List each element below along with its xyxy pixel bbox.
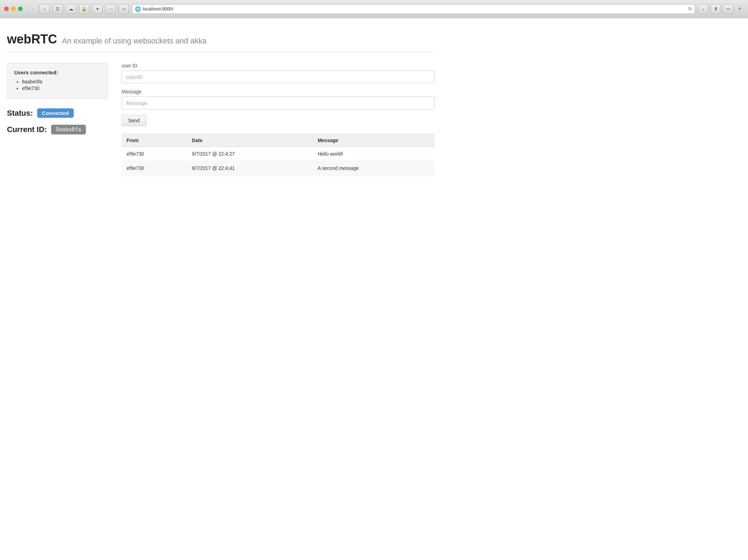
table-row: ef9e7309/7/2017 @ 22:4:41A second messag… <box>122 161 434 175</box>
message-input[interactable] <box>122 97 434 109</box>
users-list: 8aabe0fa ef9e730 <box>14 79 100 91</box>
page-content: webRTC An example of using websockets an… <box>0 18 445 189</box>
col-from: From <box>122 134 187 147</box>
message-group: Message <box>122 89 434 109</box>
cell-message: Hello world! <box>313 147 434 161</box>
col-date: Date <box>187 134 313 147</box>
user-id-label: user ID <box>122 63 434 68</box>
minimize-window-button[interactable] <box>11 7 16 11</box>
status-row: Status: Connected <box>7 108 108 118</box>
users-box-title: Users connected: <box>14 69 100 75</box>
refresh-button[interactable]: ↻ <box>688 6 692 11</box>
send-button[interactable]: Send <box>122 115 146 126</box>
extensions-button[interactable]: ⋯ <box>105 4 116 14</box>
icloud-button[interactable]: ☁ <box>66 4 76 14</box>
globe-icon: 🌐 <box>135 6 141 12</box>
maximize-window-button[interactable] <box>18 7 23 11</box>
cell-date: 9/7/2017 @ 22:4:41 <box>187 161 313 175</box>
main-layout: Users connected: 8aabe0fa ef9e730 Status… <box>7 63 434 175</box>
address-bar[interactable]: 🌐 localhost:9000/ ↻ <box>132 4 695 14</box>
messages-table: From Date Message ef9e7309/7/2017 @ 22:4… <box>122 134 434 175</box>
new-tab-tile-button[interactable]: ▭ <box>723 4 733 14</box>
list-item: ef9e730 <box>22 85 100 91</box>
table-header: From Date Message <box>122 134 434 147</box>
user-id-group: user ID <box>122 63 434 83</box>
cell-date: 9/7/2017 @ 22:4:27 <box>187 147 313 161</box>
cell-from: ef9e730 <box>122 161 187 175</box>
current-id-badge: 8aabe0fa <box>51 125 86 134</box>
add-tab-button[interactable]: + <box>735 5 744 13</box>
browser-toolbar: ‹ › ☰ ☁ 🔒 ✦ ⋯ ▱ 🌐 localhost:9000/ ↻ ↓ ⬆ … <box>0 0 748 18</box>
user-id-input[interactable] <box>122 71 434 83</box>
upload-button[interactable]: ⬆ <box>710 4 721 14</box>
close-window-button[interactable] <box>4 7 9 11</box>
share-button[interactable]: ✦ <box>92 4 103 14</box>
back-button[interactable]: ‹ <box>28 4 39 14</box>
shield-button[interactable]: ▱ <box>119 4 129 14</box>
sidebar-toggle-button[interactable]: ☰ <box>52 4 63 14</box>
message-label: Message <box>122 89 434 94</box>
address-text: localhost:9000/ <box>143 6 686 11</box>
lock-button[interactable]: 🔒 <box>79 4 89 14</box>
list-item: 8aabe0fa <box>22 79 100 84</box>
col-message: Message <box>313 134 434 147</box>
right-panel: user ID Message Send From Date Message e… <box>122 63 434 175</box>
current-id-row: Current ID: 8aabe0fa <box>7 125 108 134</box>
traffic-lights <box>4 7 23 11</box>
download-button[interactable]: ↓ <box>698 4 708 14</box>
page-title: webRTC <box>7 32 57 46</box>
page-subtitle: An example of using websockets and akka <box>62 36 206 45</box>
forward-button[interactable]: › <box>39 4 50 14</box>
current-id-label: Current ID: <box>7 125 47 134</box>
status-badge: Connected <box>37 108 74 118</box>
status-label: Status: <box>7 109 33 118</box>
nav-buttons: ‹ › <box>28 4 50 14</box>
users-box: Users connected: 8aabe0fa ef9e730 <box>7 63 108 99</box>
page-header: webRTC An example of using websockets an… <box>7 32 434 52</box>
table-body: ef9e7309/7/2017 @ 22:4:27Hello world!ef9… <box>122 147 434 175</box>
toolbar-right: ↓ ⬆ ▭ + <box>698 4 744 14</box>
table-row: ef9e7309/7/2017 @ 22:4:27Hello world! <box>122 147 434 161</box>
cell-from: ef9e730 <box>122 147 187 161</box>
left-panel: Users connected: 8aabe0fa ef9e730 Status… <box>7 63 108 134</box>
cell-message: A second message <box>313 161 434 175</box>
